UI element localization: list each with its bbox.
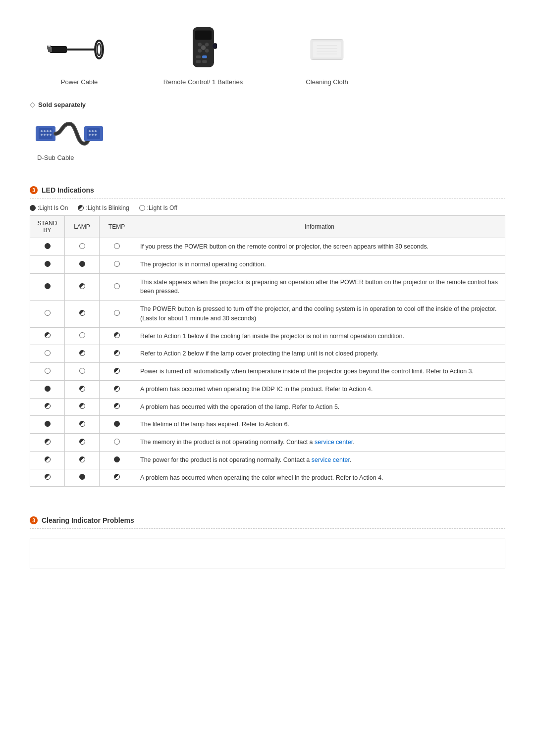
led-legend: :Light Is On :Light Is Blinking :Light I…: [30, 204, 505, 211]
dot-blink-indicator: [45, 439, 51, 445]
row-3-temp: [100, 301, 134, 328]
dot-blink-indicator: [79, 456, 85, 462]
row-6-info: Power is turned off automatically when t…: [134, 363, 505, 381]
dot-blink-indicator: [114, 474, 120, 480]
dot-blink-indicator: [114, 332, 120, 338]
row-6-temp: [100, 363, 134, 381]
remote-control-item: Remote Control/ 1 Batteries: [154, 25, 253, 86]
dot-on-indicator: [45, 386, 51, 392]
row-10-temp: [100, 434, 134, 452]
svg-point-11: [198, 49, 202, 53]
power-cable-item: Power Cable: [30, 25, 129, 86]
table-row: Refer to Action 1 below if the cooling f…: [30, 327, 505, 345]
dsub-image: [35, 116, 99, 151]
svg-rect-26: [39, 128, 53, 139]
row-8-temp: [100, 398, 134, 416]
table-row: The power for the product is not operati…: [30, 451, 505, 469]
row-12-lamp: [65, 469, 100, 487]
row-11-lamp: [65, 451, 100, 469]
service-center-link[interactable]: service center: [312, 456, 350, 463]
svg-rect-8: [195, 30, 211, 40]
table-row: The memory in the product is not operati…: [30, 434, 505, 452]
svg-rect-6: [50, 46, 51, 50]
th-temp: TEMP: [100, 216, 134, 238]
dot-blink-indicator: [114, 403, 120, 409]
dot-off-icon: [139, 205, 145, 211]
diamond-icon: ◇: [30, 101, 35, 108]
svg-point-32: [44, 134, 46, 136]
svg-point-41: [92, 134, 94, 136]
svg-rect-1: [66, 49, 96, 50]
cleaning-cloth-image: [290, 25, 364, 74]
led-table: STANDBY LAMP TEMP Information If you pre…: [30, 215, 505, 487]
svg-point-3: [97, 44, 101, 55]
dot-on-indicator: [45, 261, 51, 267]
row-0-info: If you press the POWER button on the rem…: [134, 238, 505, 256]
service-center-link[interactable]: service center: [315, 439, 353, 446]
legend-on-label: :Light Is On: [38, 204, 68, 211]
row-6-standby: [30, 363, 65, 381]
row-12-info: A problem has occurred when operating th…: [134, 469, 505, 487]
svg-rect-0: [50, 46, 67, 53]
row-9-standby: [30, 416, 65, 434]
row-12-temp: [100, 469, 134, 487]
row-8-standby: [30, 398, 65, 416]
row-9-temp: [100, 416, 134, 434]
dot-blink-indicator: [45, 403, 51, 409]
dot-on-indicator: [79, 474, 85, 480]
row-10-standby: [30, 434, 65, 452]
row-7-lamp: [65, 380, 100, 398]
dot-blink-indicator: [79, 421, 85, 427]
row-6-lamp: [65, 363, 100, 381]
table-row: The POWER button is pressed to turn off …: [30, 301, 505, 328]
dot-blink-indicator: [114, 386, 120, 392]
svg-rect-17: [202, 60, 207, 63]
table-row: This state appears when the projector is…: [30, 273, 505, 301]
row-2-lamp: [65, 273, 100, 301]
accessories-section: Power Cable Remote Control/ 1 Batter: [30, 15, 505, 86]
dot-blink-indicator: [114, 350, 120, 356]
svg-rect-14: [196, 55, 201, 58]
svg-point-39: [95, 130, 97, 132]
dot-on-indicator: [45, 421, 51, 427]
svg-point-37: [89, 130, 91, 132]
table-row: Power is turned off automatically when t…: [30, 363, 505, 381]
clearing-section: 3 Clearing Indicator Problems: [30, 516, 505, 568]
clearing-section-title: Clearing Indicator Problems: [42, 516, 134, 524]
dot-on-indicator: [45, 243, 51, 249]
svg-point-33: [47, 134, 49, 136]
row-0-lamp: [65, 238, 100, 256]
led-section: 3 LED Indications :Light Is On :Light Is…: [30, 186, 505, 487]
table-row: A problem has occurred with the operatio…: [30, 398, 505, 416]
sold-separately-header: ◇ Sold separately: [30, 101, 505, 108]
row-4-standby: [30, 327, 65, 345]
svg-point-10: [205, 43, 209, 47]
row-5-info: Refer to Action 2 below if the lamp cove…: [134, 345, 505, 363]
svg-rect-20: [313, 42, 341, 58]
svg-point-34: [50, 134, 52, 136]
clearing-section-header: 3 Clearing Indicator Problems: [30, 516, 505, 529]
dot-off-indicator: [45, 350, 51, 356]
svg-point-29: [47, 130, 49, 132]
dot-off-indicator: [114, 261, 120, 267]
dot-blink-indicator: [79, 350, 85, 356]
remote-control-image: [166, 25, 240, 74]
table-row: Refer to Action 2 below if the lamp cove…: [30, 345, 505, 363]
dot-blink-icon: [78, 205, 84, 211]
dot-blink-indicator: [45, 474, 51, 480]
sold-separately-section: ◇ Sold separately: [30, 101, 505, 161]
svg-rect-15: [202, 55, 207, 58]
dot-off-indicator: [79, 243, 85, 249]
dot-off-indicator: [45, 368, 51, 374]
svg-point-28: [44, 130, 46, 132]
svg-point-38: [92, 130, 94, 132]
row-4-info: Refer to Action 1 below if the cooling f…: [134, 327, 505, 345]
legend-off-label: :Light Is Off: [147, 204, 177, 211]
row-0-standby: [30, 238, 65, 256]
row-3-lamp: [65, 301, 100, 328]
svg-point-27: [41, 130, 43, 132]
table-row: If you press the POWER button on the rem…: [30, 238, 505, 256]
led-section-icon: 3: [30, 186, 38, 194]
led-section-header: 3 LED Indications: [30, 186, 505, 199]
svg-point-18: [212, 43, 217, 49]
